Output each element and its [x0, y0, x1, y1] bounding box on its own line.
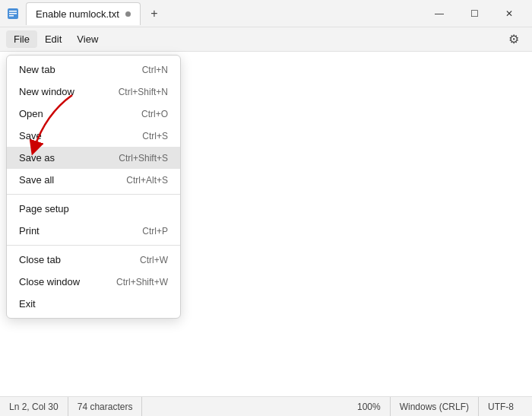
close-button[interactable]: ✕	[492, 2, 526, 26]
new-tab-button[interactable]: +	[144, 3, 165, 24]
title-bar-left: Enable numlock.txt +	[6, 2, 423, 25]
dropdown-new-tab[interactable]: New tab Ctrl+N	[7, 59, 180, 81]
dropdown-save-all[interactable]: Save all Ctrl+Alt+S	[7, 169, 180, 191]
dropdown-open[interactable]: Open Ctrl+O	[7, 103, 180, 125]
dropdown-page-setup[interactable]: Page setup	[7, 198, 180, 220]
status-encoding: UTF-8	[479, 397, 523, 416]
svg-rect-2	[9, 13, 17, 14]
maximize-button[interactable]: ☐	[458, 2, 491, 26]
settings-button[interactable]: ⚙	[502, 27, 526, 52]
menu-bar: File New tab Ctrl+N New window Ctrl+Shif…	[0, 27, 532, 52]
dropdown-new-window[interactable]: New window Ctrl+Shift+N	[7, 81, 180, 103]
tab-unsaved-dot	[125, 11, 131, 17]
dropdown-save-as[interactable]: Save as Ctrl+Shift+S	[7, 147, 180, 169]
svg-rect-1	[9, 11, 17, 12]
title-bar-right: — ☐ ✕	[423, 2, 526, 26]
dropdown-separator-2	[7, 245, 180, 246]
status-zoom: 100%	[348, 397, 391, 416]
status-line-ending: Windows (CRLF)	[391, 397, 479, 416]
menu-file[interactable]: File New tab Ctrl+N New window Ctrl+Shif…	[6, 30, 37, 48]
minimize-button[interactable]: —	[423, 2, 456, 26]
active-tab[interactable]: Enable numlock.txt	[26, 2, 141, 25]
dropdown-close-window[interactable]: Close window Ctrl+Shift+W	[7, 271, 180, 293]
dropdown-exit[interactable]: Exit	[7, 293, 180, 315]
status-bar: Ln 2, Col 30 74 characters 100% Windows …	[0, 396, 532, 416]
dropdown-separator-1	[7, 194, 180, 195]
app-icon	[6, 7, 20, 21]
dropdown-close-tab[interactable]: Close tab Ctrl+W	[7, 249, 180, 271]
dropdown-save[interactable]: Save Ctrl+S	[7, 125, 180, 147]
title-bar: Enable numlock.txt + — ☐ ✕	[0, 0, 532, 27]
status-characters: 74 characters	[68, 397, 143, 416]
menu-view[interactable]: View	[69, 30, 106, 48]
menu-edit[interactable]: Edit	[37, 30, 69, 48]
dropdown-print[interactable]: Print Ctrl+P	[7, 220, 180, 242]
status-position: Ln 2, Col 30	[9, 397, 68, 416]
file-dropdown: New tab Ctrl+N New window Ctrl+Shift+N O…	[6, 55, 181, 319]
svg-rect-3	[9, 15, 14, 17]
tab-title: Enable numlock.txt	[36, 8, 119, 20]
